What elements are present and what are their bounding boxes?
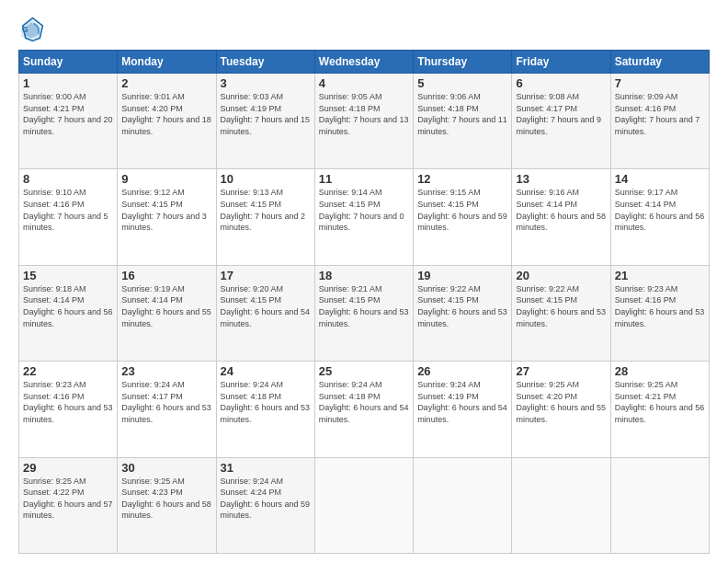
day-info: Sunrise: 9:24 AMSunset: 4:19 PMDaylight:… [417, 379, 507, 425]
day-info: Sunrise: 9:00 AMSunset: 4:21 PMDaylight:… [23, 91, 113, 137]
day-cell: 15Sunrise: 9:18 AMSunset: 4:14 PMDayligh… [19, 265, 118, 361]
day-cell: 16Sunrise: 9:19 AMSunset: 4:14 PMDayligh… [118, 265, 216, 361]
day-info: Sunrise: 9:23 AMSunset: 4:16 PMDaylight:… [23, 379, 113, 425]
day-number: 12 [417, 172, 507, 186]
day-number: 21 [615, 269, 705, 282]
day-number: 10 [221, 172, 311, 186]
day-info: Sunrise: 9:22 AMSunset: 4:15 PMDaylight:… [417, 283, 507, 329]
weekday-header-monday: Monday [118, 51, 216, 74]
day-cell: 10Sunrise: 9:13 AMSunset: 4:15 PMDayligh… [216, 169, 314, 265]
day-cell [610, 457, 709, 553]
day-cell: 4Sunrise: 9:05 AMSunset: 4:18 PMDaylight… [314, 74, 413, 169]
day-info: Sunrise: 9:09 AMSunset: 4:16 PMDaylight:… [615, 91, 705, 137]
day-info: Sunrise: 9:21 AMSunset: 4:15 PMDaylight:… [319, 283, 409, 329]
day-number: 22 [23, 364, 113, 378]
day-cell: 27Sunrise: 9:25 AMSunset: 4:20 PMDayligh… [512, 362, 610, 457]
day-number: 16 [121, 269, 211, 282]
day-cell: 23Sunrise: 9:24 AMSunset: 4:17 PMDayligh… [118, 362, 216, 457]
day-info: Sunrise: 9:01 AMSunset: 4:20 PMDaylight:… [121, 91, 211, 137]
day-cell: 21Sunrise: 9:23 AMSunset: 4:16 PMDayligh… [610, 265, 709, 361]
weekday-header-tuesday: Tuesday [216, 51, 314, 74]
day-cell: 31Sunrise: 9:24 AMSunset: 4:24 PMDayligh… [216, 457, 314, 553]
day-number: 15 [23, 269, 113, 282]
day-cell: 20Sunrise: 9:22 AMSunset: 4:15 PMDayligh… [512, 265, 610, 361]
day-info: Sunrise: 9:24 AMSunset: 4:17 PMDaylight:… [121, 379, 211, 425]
day-cell: 14Sunrise: 9:17 AMSunset: 4:14 PMDayligh… [610, 169, 709, 265]
day-number: 14 [615, 172, 705, 186]
day-cell: 1Sunrise: 9:00 AMSunset: 4:21 PMDaylight… [19, 74, 118, 169]
day-cell: 8Sunrise: 9:10 AMSunset: 4:16 PMDaylight… [19, 169, 118, 265]
day-number: 28 [615, 364, 705, 378]
day-cell: 9Sunrise: 9:12 AMSunset: 4:15 PMDaylight… [118, 169, 216, 265]
day-cell: 12Sunrise: 9:15 AMSunset: 4:15 PMDayligh… [414, 169, 512, 265]
day-info: Sunrise: 9:16 AMSunset: 4:14 PMDaylight:… [516, 187, 606, 233]
day-cell: 6Sunrise: 9:08 AMSunset: 4:17 PMDaylight… [512, 74, 610, 169]
day-info: Sunrise: 9:25 AMSunset: 4:22 PMDaylight:… [23, 476, 113, 522]
day-cell: 26Sunrise: 9:24 AMSunset: 4:19 PMDayligh… [414, 362, 512, 457]
day-info: Sunrise: 9:20 AMSunset: 4:15 PMDaylight:… [221, 283, 311, 329]
day-number: 18 [319, 269, 409, 282]
day-number: 19 [417, 269, 507, 282]
weekday-header-row: SundayMondayTuesdayWednesdayThursdayFrid… [19, 51, 710, 74]
day-number: 13 [516, 172, 606, 186]
day-number: 26 [417, 364, 507, 378]
day-number: 9 [121, 172, 211, 186]
day-cell: 13Sunrise: 9:16 AMSunset: 4:14 PMDayligh… [512, 169, 610, 265]
day-info: Sunrise: 9:15 AMSunset: 4:15 PMDaylight:… [417, 187, 507, 233]
day-info: Sunrise: 9:24 AMSunset: 4:18 PMDaylight:… [319, 379, 409, 425]
day-info: Sunrise: 9:13 AMSunset: 4:15 PMDaylight:… [221, 187, 311, 233]
weekday-header-wednesday: Wednesday [314, 51, 413, 74]
day-number: 11 [319, 172, 409, 186]
day-info: Sunrise: 9:05 AMSunset: 4:18 PMDaylight:… [319, 91, 409, 137]
week-row-3: 15Sunrise: 9:18 AMSunset: 4:14 PMDayligh… [19, 265, 710, 361]
day-cell: 18Sunrise: 9:21 AMSunset: 4:15 PMDayligh… [314, 265, 413, 361]
week-row-4: 22Sunrise: 9:23 AMSunset: 4:16 PMDayligh… [19, 362, 710, 457]
day-info: Sunrise: 9:18 AMSunset: 4:14 PMDaylight:… [23, 283, 113, 329]
day-cell: 17Sunrise: 9:20 AMSunset: 4:15 PMDayligh… [216, 265, 314, 361]
day-number: 27 [516, 364, 606, 378]
day-info: Sunrise: 9:14 AMSunset: 4:15 PMDaylight:… [319, 187, 409, 233]
day-number: 24 [221, 364, 311, 378]
day-cell: 3Sunrise: 9:03 AMSunset: 4:19 PMDaylight… [216, 74, 314, 169]
day-info: Sunrise: 9:22 AMSunset: 4:15 PMDaylight:… [516, 283, 606, 329]
day-number: 4 [319, 76, 409, 90]
weekday-header-friday: Friday [512, 51, 610, 74]
day-cell [414, 457, 512, 553]
day-info: Sunrise: 9:03 AMSunset: 4:19 PMDaylight:… [221, 91, 311, 137]
day-number: 3 [221, 76, 311, 90]
day-cell: 24Sunrise: 9:24 AMSunset: 4:18 PMDayligh… [216, 362, 314, 457]
calendar-table: SundayMondayTuesdayWednesdayThursdayFrid… [18, 50, 710, 554]
day-info: Sunrise: 9:25 AMSunset: 4:23 PMDaylight:… [121, 476, 211, 522]
day-cell: 25Sunrise: 9:24 AMSunset: 4:18 PMDayligh… [314, 362, 413, 457]
day-number: 7 [615, 76, 705, 90]
day-info: Sunrise: 9:23 AMSunset: 4:16 PMDaylight:… [615, 283, 705, 329]
weekday-header-sunday: Sunday [19, 51, 118, 74]
week-row-2: 8Sunrise: 9:10 AMSunset: 4:16 PMDaylight… [19, 169, 710, 265]
day-info: Sunrise: 9:25 AMSunset: 4:20 PMDaylight:… [516, 379, 606, 425]
day-number: 30 [121, 461, 211, 475]
day-cell: 28Sunrise: 9:25 AMSunset: 4:21 PMDayligh… [610, 362, 709, 457]
day-cell: 22Sunrise: 9:23 AMSunset: 4:16 PMDayligh… [19, 362, 118, 457]
day-number: 2 [121, 76, 211, 90]
day-cell [512, 457, 610, 553]
day-cell: 5Sunrise: 9:06 AMSunset: 4:18 PMDaylight… [414, 74, 512, 169]
day-number: 17 [221, 269, 311, 282]
day-number: 6 [516, 76, 606, 90]
day-info: Sunrise: 9:06 AMSunset: 4:18 PMDaylight:… [417, 91, 507, 137]
logo-icon: G [18, 17, 44, 42]
weekday-header-saturday: Saturday [610, 51, 709, 74]
header: G [18, 17, 710, 42]
weekday-header-thursday: Thursday [414, 51, 512, 74]
day-cell: 2Sunrise: 9:01 AMSunset: 4:20 PMDaylight… [118, 74, 216, 169]
day-info: Sunrise: 9:10 AMSunset: 4:16 PMDaylight:… [23, 187, 113, 233]
day-info: Sunrise: 9:19 AMSunset: 4:14 PMDaylight:… [121, 283, 211, 329]
day-cell: 7Sunrise: 9:09 AMSunset: 4:16 PMDaylight… [610, 74, 709, 169]
day-number: 23 [121, 364, 211, 378]
day-number: 29 [23, 461, 113, 475]
day-number: 25 [319, 364, 409, 378]
day-cell: 29Sunrise: 9:25 AMSunset: 4:22 PMDayligh… [19, 457, 118, 553]
week-row-5: 29Sunrise: 9:25 AMSunset: 4:22 PMDayligh… [19, 457, 710, 553]
day-number: 8 [23, 172, 113, 186]
day-info: Sunrise: 9:24 AMSunset: 4:24 PMDaylight:… [221, 476, 311, 522]
day-info: Sunrise: 9:25 AMSunset: 4:21 PMDaylight:… [615, 379, 705, 425]
